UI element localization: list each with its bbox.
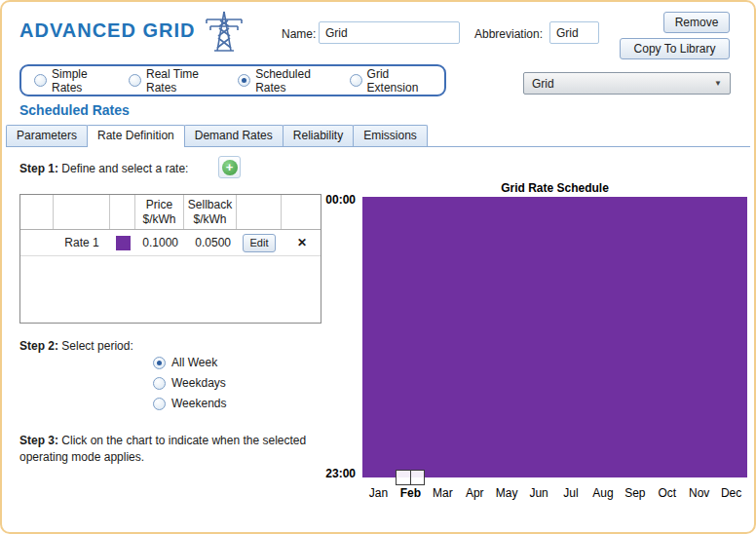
tab-demand-rates[interactable]: Demand Rates bbox=[184, 125, 284, 146]
month-label: Jun bbox=[523, 486, 555, 500]
section-title: Scheduled Rates bbox=[19, 102, 130, 118]
tab-emissions[interactable]: Emissions bbox=[353, 125, 428, 146]
radio-scheduled-rates[interactable]: Scheduled Rates bbox=[238, 67, 330, 95]
y-axis-top-label: 00:00 bbox=[312, 193, 356, 207]
month-label: Jul bbox=[555, 486, 587, 500]
chart-title: Grid Rate Schedule bbox=[362, 181, 747, 195]
month-label: May bbox=[491, 486, 523, 500]
radio-all-week[interactable]: All Week bbox=[153, 356, 217, 369]
month-label: Nov bbox=[683, 486, 715, 500]
radio-label: Scheduled Rates bbox=[255, 67, 330, 95]
radio-label: All Week bbox=[171, 356, 217, 369]
step1-label: Step 1: Define and select a rate: bbox=[19, 162, 188, 175]
rate-type-group: Simple Rates Real Time Rates Scheduled R… bbox=[19, 64, 446, 96]
x-axis-month-labels: Jan Feb Mar Apr May Jun Jul Aug Sep Oct … bbox=[362, 486, 747, 500]
month-label-highlighted: Feb bbox=[395, 486, 427, 500]
price-column-header: Price $/kWh bbox=[135, 195, 184, 229]
tab-reliability[interactable]: Reliability bbox=[283, 125, 354, 146]
radio-icon[interactable] bbox=[34, 74, 47, 87]
month-label: Dec bbox=[715, 486, 747, 500]
edit-rate-button[interactable]: Edit bbox=[243, 234, 276, 252]
remove-button[interactable]: Remove bbox=[663, 12, 730, 33]
radio-weekdays[interactable]: Weekdays bbox=[153, 376, 226, 390]
radio-grid-extension[interactable]: Grid Extension bbox=[350, 67, 432, 95]
month-label: Mar bbox=[427, 486, 459, 500]
month-label: Sep bbox=[619, 486, 651, 500]
copy-to-library-button[interactable]: Copy To Library bbox=[620, 38, 730, 59]
abbreviation-label: Abbreviation: bbox=[474, 27, 543, 41]
rate-price: 0.1000 bbox=[135, 236, 184, 249]
rate-sellback: 0.0500 bbox=[184, 236, 237, 249]
tab-parameters[interactable]: Parameters bbox=[6, 125, 88, 146]
radio-icon[interactable] bbox=[153, 377, 166, 390]
sellback-column-header: Sellback $/kWh bbox=[184, 195, 237, 229]
month-label: Jan bbox=[362, 486, 395, 500]
y-axis-bottom-label: 23:00 bbox=[312, 467, 356, 480]
step2-prefix: Step 2: bbox=[19, 339, 58, 353]
grid-rate-schedule-chart[interactable] bbox=[362, 197, 747, 477]
radio-label: Weekends bbox=[171, 397, 226, 410]
step1-prefix: Step 1: bbox=[19, 162, 58, 175]
advanced-grid-window: ADVANCED GRID Name: Abbreviation: Remove… bbox=[0, 0, 756, 534]
tab-rate-definition[interactable]: Rate Definition bbox=[87, 125, 185, 147]
table-row[interactable]: Rate 1 0.1000 0.0500 Edit ✕ bbox=[20, 230, 321, 256]
transmission-tower-icon bbox=[199, 9, 249, 54]
radio-icon-selected[interactable] bbox=[238, 74, 250, 87]
month-label: Aug bbox=[586, 486, 619, 500]
name-input[interactable] bbox=[319, 21, 460, 44]
chart-hover-cell-marker bbox=[396, 470, 425, 485]
grid-select-value: Grid bbox=[532, 77, 554, 91]
page-title: ADVANCED GRID bbox=[19, 19, 195, 42]
name-label: Name: bbox=[282, 27, 316, 41]
plus-icon: + bbox=[222, 160, 238, 175]
radio-icon[interactable] bbox=[153, 398, 166, 410]
abbreviation-input[interactable] bbox=[549, 21, 599, 44]
radio-label: Simple Rates bbox=[52, 67, 110, 95]
step1-text: Define and select a rate: bbox=[58, 162, 188, 175]
step3-label: Step 3: Click on the chart to indicate w… bbox=[19, 433, 336, 467]
chevron-down-icon: ▼ bbox=[714, 79, 722, 88]
month-label: Oct bbox=[651, 486, 683, 500]
radio-icon[interactable] bbox=[129, 74, 141, 87]
month-label: Apr bbox=[459, 486, 491, 500]
radio-icon-selected[interactable] bbox=[153, 357, 166, 369]
radio-weekends[interactable]: Weekends bbox=[153, 397, 226, 410]
radio-icon[interactable] bbox=[350, 74, 362, 87]
radio-label: Grid Extension bbox=[367, 67, 432, 95]
rates-table: Price $/kWh Sellback $/kWh Rate 1 0.1000… bbox=[19, 194, 321, 324]
rate-name: Rate 1 bbox=[54, 236, 110, 249]
grid-select[interactable]: Grid ▼ bbox=[523, 72, 731, 95]
step2-text: Select period: bbox=[58, 339, 133, 353]
radio-real-time-rates[interactable]: Real Time Rates bbox=[129, 67, 219, 95]
rate-color-swatch bbox=[116, 236, 131, 250]
step3-prefix: Step 3: bbox=[19, 434, 58, 447]
rates-table-header: Price $/kWh Sellback $/kWh bbox=[20, 195, 321, 230]
step2-label: Step 2: Select period: bbox=[19, 339, 133, 353]
add-rate-button[interactable]: + bbox=[218, 156, 241, 178]
radio-label: Weekdays bbox=[171, 376, 226, 390]
delete-rate-icon[interactable]: ✕ bbox=[282, 236, 322, 249]
radio-simple-rates[interactable]: Simple Rates bbox=[34, 67, 110, 95]
radio-label: Real Time Rates bbox=[146, 67, 219, 95]
step3-text: Click on the chart to indicate when the … bbox=[19, 434, 306, 464]
tab-bar: Parameters Rate Definition Demand Rates … bbox=[6, 125, 750, 147]
